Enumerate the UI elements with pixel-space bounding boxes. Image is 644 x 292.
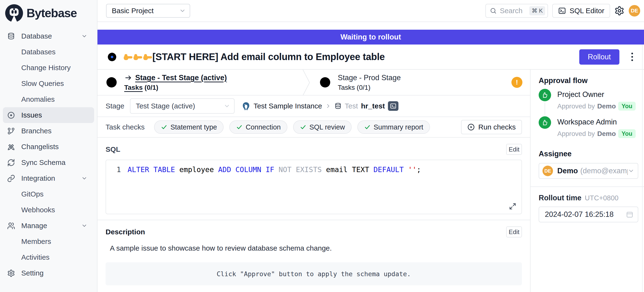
stage-tasks-count: (0/1)	[144, 84, 158, 91]
project-selector[interactable]: Basic Project	[106, 4, 190, 18]
sidebar-item-changelists[interactable]: Changelists	[0, 139, 97, 155]
sidebar-item-setting[interactable]: Setting	[0, 265, 97, 281]
sidebar-item-label: Slow Queries	[21, 79, 64, 88]
stage-flow: Stage - Test Stage (active) Tasks (0/1) …	[98, 70, 530, 95]
issue-header: [START HERE] Add email column to Employe…	[98, 45, 644, 70]
sidebar-item-label: Change History	[21, 64, 71, 72]
sidebar-item-webhooks[interactable]: Webhooks	[0, 202, 97, 218]
issue-body: Stage - Test Stage (active) Tasks (0/1) …	[98, 70, 644, 292]
sidebar-item-anomalies[interactable]: Anomalies	[0, 91, 97, 107]
scrollbar-gutter[interactable]	[642, 45, 642, 292]
git-branch-icon	[7, 127, 15, 135]
expand-fullscreen-icon[interactable]	[509, 203, 516, 210]
stage-card-test[interactable]: Stage - Test Stage (active) Tasks (0/1)	[98, 70, 302, 95]
sidebar-item-database[interactable]: Database	[0, 28, 97, 44]
step-connector-line	[545, 103, 545, 115]
gear-icon	[7, 269, 15, 277]
check-pill-summary-report[interactable]: Summary report	[357, 120, 430, 134]
stage-select-dropdown[interactable]: Test Stage (active)	[130, 98, 234, 114]
approval-step: Project Owner Approved by Demo You	[539, 89, 638, 116]
environment-label: Test	[345, 102, 358, 110]
sidebar-item-label: GitOps	[21, 190, 44, 198]
assignee-title: Assignee	[539, 150, 638, 158]
sidebar-item-label: Databases	[21, 48, 56, 56]
sql-code-editor[interactable]: 1 ALTER TABLE employee ADD COLUMN IF NOT…	[106, 160, 522, 214]
sidebar-item-change-history[interactable]: Change History	[0, 60, 97, 76]
sql-editor-button[interactable]: SQL Editor	[552, 4, 610, 18]
description-edit-button[interactable]: Edit	[506, 226, 522, 237]
check-pill-label: SQL review	[309, 123, 345, 131]
link-icon	[7, 175, 15, 182]
sidebar-item-activities[interactable]: Activities	[0, 249, 97, 265]
stage-tasks-link[interactable]: Tasks	[124, 84, 142, 91]
sidebar-item-slow-queries[interactable]: Slow Queries	[0, 76, 97, 91]
sidebar-item-label: Database	[21, 32, 52, 40]
chevron-down-icon	[81, 33, 88, 39]
sql-section: SQL Edit 1 ALTER TABLE employee ADD COLU…	[98, 138, 530, 220]
check-pill-label: Connection	[246, 123, 281, 131]
users-icon	[7, 222, 15, 230]
approver-name: Demo	[597, 130, 616, 138]
sidebar-item-members[interactable]: Members	[0, 234, 97, 249]
sidebar-item-label: Changelists	[21, 143, 59, 151]
circle-dot-icon	[7, 111, 15, 119]
sidebar-item-label: Activities	[21, 253, 50, 261]
assignee-select[interactable]: DE Demo (demo@example	[539, 163, 638, 179]
database-link[interactable]: hr_test	[361, 102, 385, 110]
top-bar-actions: Search ⌘ K SQL Editor DE	[486, 4, 640, 18]
stage-name[interactable]: Stage - Test Stage (active)	[135, 73, 227, 82]
bytebase-logo-icon	[5, 4, 24, 23]
you-badge: You	[618, 129, 636, 138]
check-pill-statement-type[interactable]: Statement type	[154, 120, 224, 134]
sidebar-item-manage[interactable]: Manage	[0, 218, 97, 234]
sql-edit-button[interactable]: Edit	[506, 144, 522, 155]
more-actions-menu[interactable]	[630, 51, 634, 62]
check-icon	[236, 124, 243, 130]
sidebar-item-label: Members	[21, 237, 51, 246]
sidebar-item-issues[interactable]: Issues	[3, 107, 94, 123]
search-shortcut-badge: ⌘ K	[529, 6, 545, 15]
instance-link[interactable]: Test Sample Instance	[254, 102, 322, 110]
run-checks-button[interactable]: Run checks	[461, 120, 522, 134]
approved-by-prefix: Approved by	[557, 130, 595, 138]
search-input[interactable]: Search ⌘ K	[486, 4, 548, 18]
terminal-icon	[558, 7, 566, 15]
sidebar-item-databases[interactable]: Databases	[0, 44, 97, 60]
stage-select-value: Test Stage (active)	[136, 102, 195, 110]
approver-name: Demo	[597, 102, 616, 110]
sidebar: Bytebase Database Databases Change Histo…	[0, 0, 98, 292]
you-badge: You	[618, 102, 636, 111]
approval-role: Workspace Admin	[557, 118, 636, 126]
sql-statement: ALTER TABLE employee ADD COLUMN IF NOT E…	[128, 165, 421, 174]
rollout-time-input[interactable]: 2024-02-07 16:25:18	[539, 207, 638, 222]
task-check-pills: Statement type Connection SQL review Sum…	[154, 120, 430, 134]
check-pill-sql-review[interactable]: SQL review	[293, 120, 352, 134]
attention-warning-icon: !	[512, 77, 522, 88]
approval-step: Workspace Admin Approved by Demo You	[539, 116, 638, 144]
sidebar-item-label: Anomalies	[21, 95, 55, 103]
settings-gear-icon[interactable]	[614, 6, 624, 16]
assignee-name: Demo	[557, 167, 578, 175]
sidebar-item-branches[interactable]: Branches	[0, 123, 97, 139]
approval-role: Project Owner	[557, 90, 636, 99]
user-avatar[interactable]: DE	[629, 5, 640, 17]
sidebar-item-gitops[interactable]: GitOps	[0, 186, 97, 202]
sidebar-item-sync-schema[interactable]: Sync Schema	[0, 155, 97, 170]
approval-flow-title: Approval flow	[539, 76, 638, 85]
calendar-icon	[626, 211, 634, 218]
rollout-time-value: 2024-02-07 16:25:18	[545, 210, 614, 219]
sidebar-item-label: Branches	[21, 127, 52, 135]
sidebar-item-label: Setting	[21, 269, 44, 277]
brand-logo[interactable]: Bytebase	[0, 0, 97, 23]
stage-name[interactable]: Stage - Prod Stage	[338, 73, 401, 82]
sidebar-item-integration[interactable]: Integration	[0, 170, 97, 186]
stage-card-prod[interactable]: Stage - Prod Stage Tasks (0/1)	[311, 70, 401, 95]
chevron-down-icon	[81, 223, 88, 229]
rollout-button[interactable]: Rollout	[579, 49, 620, 65]
pointing-right-emoji	[143, 52, 152, 62]
open-sql-console-button[interactable]	[388, 101, 398, 111]
line-number: 1	[106, 165, 121, 174]
check-pill-connection[interactable]: Connection	[229, 120, 287, 134]
description-section: Description Edit A sample issue to showc…	[98, 220, 530, 285]
sidebar-item-label: Issues	[21, 111, 42, 119]
